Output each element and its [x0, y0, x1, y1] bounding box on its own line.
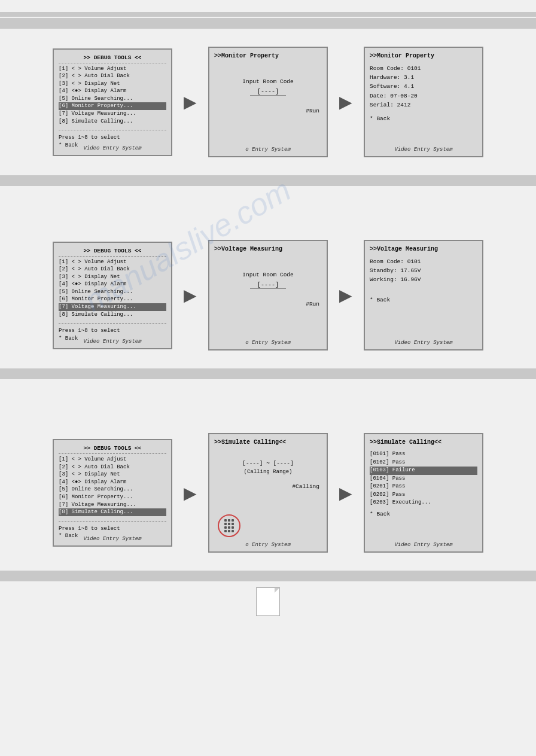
arrow-3: ▶	[172, 285, 208, 305]
keypad-icon	[218, 514, 240, 537]
arrow-4: ▶	[328, 285, 364, 305]
menu-item-2-4: [4] <●> Display Alarm	[59, 281, 166, 288]
sim-result-0103: [0103] Failure	[370, 467, 477, 475]
voltage-input-label: Input Room Code	[242, 272, 294, 278]
voltage-result-line-1: Room Code: 0101	[370, 257, 477, 266]
monitor-result-line-2: Hardware: 3.1	[370, 73, 477, 82]
monitor-input-screen: >>Monitor Property Input Room Code [----…	[208, 47, 328, 157]
top-bar	[0, 12, 536, 17]
monitor-input-command: #Run	[214, 108, 322, 114]
monitor-result-line-1: Room Code: 0101	[370, 64, 477, 73]
simulate-result-title: >>Simulate Calling<<	[370, 439, 477, 446]
screen-footer-2-3: Video Entry System	[365, 340, 482, 346]
arrow-6: ▶	[328, 483, 364, 503]
section-band-1	[0, 18, 536, 29]
menu-item-3-2: [2] < > Auto Dial Back	[59, 464, 166, 471]
menu-press-2: Press 1~8 to select	[59, 327, 166, 335]
voltage-input-center: Input Room Code [----]	[214, 260, 322, 289]
menu-item-3-5: [5] Online Searching...	[59, 486, 166, 493]
bottom-band	[0, 571, 536, 581]
menu-item-2-1: [1] < > Volume Adjust	[59, 258, 166, 266]
voltage-result-line-2: Standby: 17.65V	[370, 266, 477, 275]
menu-item-2-3: [3] < > Display Net	[59, 273, 166, 281]
monitor-input-label: Input Room Code	[242, 78, 294, 85]
screen-footer-1-1: Video Entry System	[54, 145, 171, 151]
menu-divider-2b	[59, 323, 166, 324]
monitor-result-line-4: Date: 07-08-20	[370, 92, 477, 100]
note-icon	[256, 587, 280, 616]
voltage-result-back: * Back	[370, 297, 477, 303]
voltage-result-screen: >>Voltage Measuring Room Code: 0101 Stan…	[364, 240, 483, 350]
arrow-1: ▶	[172, 92, 208, 112]
voltage-input-title: >>Voltage Measuring	[214, 246, 322, 252]
screen-footer-2-2: o Entry System	[209, 340, 327, 346]
menu-item-2-8: [8] Simulate Calling...	[59, 311, 166, 319]
menu-item-2-2: [2] < > Auto Dial Back	[59, 266, 166, 273]
page-container: manualslive.com >> DEBUG TOOLS << [1] < …	[0, 0, 536, 640]
sim-result-0201: [0201] Pass	[370, 483, 477, 491]
menu-item-1-5: [5] Online Searching...	[59, 95, 166, 103]
simulate-result-screen: >>Simulate Calling<< [0101] Pass [0102] …	[364, 433, 483, 553]
simulate-command: #Calling	[214, 483, 322, 490]
section-row-3: >> DEBUG TOOLS << [1] < > Volume Adjust …	[0, 415, 536, 571]
arrow-2: ▶	[328, 92, 364, 112]
menu-item-3-8: [8] Simulate Calling...	[59, 508, 166, 516]
simulate-range-label: (Calling Range)	[243, 469, 292, 475]
simulate-input-screen: >>Simulate Calling<< [----] ~ [----] (Ca…	[208, 433, 328, 553]
spacer-3	[0, 379, 536, 415]
menu-divider-3	[59, 453, 166, 454]
screen-footer-3-2: o Entry System	[209, 542, 327, 548]
menu-item-3-1: [1] < > Volume Adjust	[59, 456, 166, 464]
simulate-range-line: [----] ~ [----]	[242, 460, 294, 467]
menu-item-1-3: [3] < > Display Net	[59, 80, 166, 88]
monitor-result-back: * Back	[370, 115, 477, 122]
monitor-result-screen: >>Monitor Property Room Code: 0101 Hardw…	[364, 47, 483, 157]
menu-item-3-7: [7] Voltage Measuring...	[59, 501, 166, 509]
sim-result-0101: [0101] Pass	[370, 450, 477, 459]
menu-item-3-4: [4] <●> Display Alarm	[59, 478, 166, 486]
simulate-input-title: >>Simulate Calling<<	[214, 439, 322, 446]
menu-press-1: Press 1~8 to select	[59, 134, 166, 142]
monitor-input-center: Input Room Code [----]	[214, 66, 322, 96]
debug-menu-screen-2: >> DEBUG TOOLS << [1] < > Volume Adjust …	[53, 242, 172, 349]
menu-item-1-4: [4] <●> Display Alarm	[59, 87, 166, 95]
menu-item-3-3: [3] < > Display Net	[59, 471, 166, 478]
menu-divider-1	[59, 63, 166, 63]
menu-item-2-7: [7] Voltage Measuring...	[59, 303, 166, 311]
sim-result-0104: [0104] Pass	[370, 475, 477, 483]
menu-divider-3b	[59, 521, 166, 522]
sim-result-0102: [0102] Pass	[370, 459, 477, 467]
monitor-result-title: >>Monitor Property	[370, 53, 477, 59]
section-band-3	[0, 368, 536, 379]
menu-item-3-6: [6] Monitor Property...	[59, 493, 166, 501]
menu-item-2-5: [5] Online Searching...	[59, 288, 166, 296]
menu-item-1-2: [2] < > Auto Dial Back	[59, 72, 166, 80]
monitor-result-line-5: Serial: 2412	[370, 100, 477, 109]
simulate-input-center: [----] ~ [----] (Calling Range)	[214, 460, 322, 475]
menu-item-1-6: [6] Monitor Property...	[59, 102, 166, 110]
voltage-input-command: #Run	[214, 301, 322, 307]
screen-footer-3-3: Video Entry System	[365, 542, 482, 548]
menu-item-1-8: [8] Simulate Calling...	[59, 118, 166, 126]
menu-title-2: >> DEBUG TOOLS <<	[59, 248, 166, 254]
screen-footer-3-1: Video Entry System	[54, 536, 171, 542]
arrow-icon-6: ▶	[339, 483, 352, 503]
monitor-input-title: >>Monitor Property	[214, 53, 322, 59]
arrow-icon-5: ▶	[184, 483, 197, 503]
arrow-icon-4: ▶	[339, 285, 352, 305]
arrow-5: ▶	[172, 483, 208, 503]
arrow-icon-1: ▶	[184, 92, 197, 112]
section-band-2	[0, 175, 536, 186]
menu-divider-1b	[59, 130, 166, 130]
voltage-result-title: >>Voltage Measuring	[370, 246, 477, 252]
voltage-input-value: [----]	[250, 282, 286, 289]
arrow-icon-2: ▶	[339, 92, 352, 112]
screen-footer-2-1: Video Entry System	[54, 339, 171, 345]
voltage-input-screen: >>Voltage Measuring Input Room Code [---…	[208, 240, 328, 350]
menu-item-1-7: [7] Voltage Measuring...	[59, 110, 166, 118]
menu-item-1-1: [1] < > Volume Adjust	[59, 65, 166, 73]
debug-menu-screen-1: >> DEBUG TOOLS << [1] < > Volume Adjust …	[53, 48, 172, 156]
simulate-result-back: * Back	[370, 511, 477, 517]
monitor-result-line-3: Software: 4.1	[370, 82, 477, 91]
menu-divider-2	[59, 256, 166, 257]
